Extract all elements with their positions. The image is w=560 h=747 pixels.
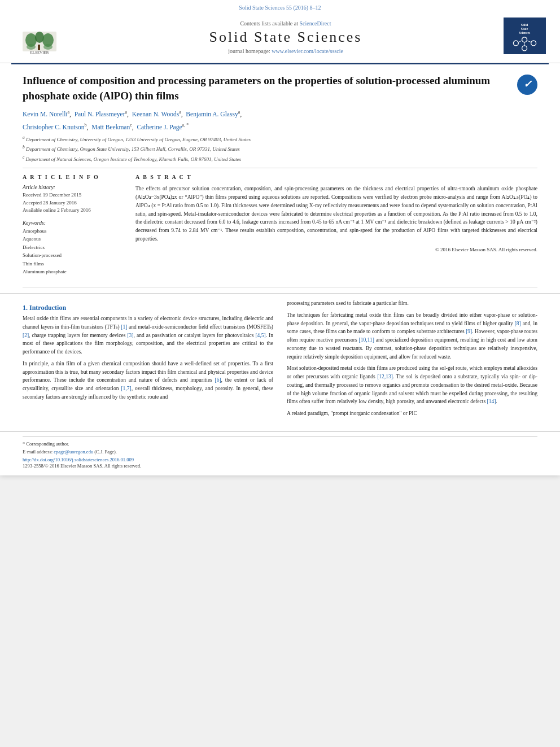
homepage-link: www.elsevier.com/locate/ssscie [272,48,343,54]
svg-text:ELSEVIER: ELSEVIER [30,50,49,54]
info-abstract-section: A R T I C L E I N F O Article history: R… [23,174,537,276]
author-email[interactable]: cpage@uoregon.edu [54,449,93,455]
svg-text:Solid: Solid [521,23,528,27]
section1-heading: 1. Introduction [23,304,273,312]
journal-top-bar: Solid State Sciences 55 (2016) 8–12 [11,5,549,11]
paper-title-row: Influence of composition and processing … [23,73,537,103]
keyword-dielectrics: Dielectrics [23,243,124,251]
svg-text:State: State [521,27,528,30]
body-right-para1: processing parameters used to fabricate … [287,299,537,308]
body-para1: Metal oxide thin films are essential com… [23,314,273,356]
keyword-thinfilms: Thin films [23,260,124,268]
author-glassy: Benjamin A. Glassy [186,111,238,117]
homepage-line: journal homepage: www.elsevier.com/locat… [79,48,492,54]
history-subheading: Article history: [23,185,124,190]
affil-b: b Department of Chemistry, Oregon State … [23,144,537,154]
author-norelli: Kevin M. Norelli [23,111,68,117]
body-right-para3: Most solution-deposited metal oxide thin… [287,364,537,406]
corresponding-author-note: * Corresponding author. [23,440,537,448]
journal-logo-right: Solid State Sciences [504,18,549,57]
main-content: 1. Introduction Metal oxide thin films a… [0,293,560,426]
body-right-para2: The techniques for fabricating metal oxi… [287,311,537,361]
contents-text: Contents lists available at [240,20,298,27]
body-right-para4: A related paradigm, "prompt inorganic co… [287,409,537,418]
article-footer: * Corresponding author. E-mail address: … [0,431,560,475]
affil-a: a Department of Chemistry, University of… [23,134,537,144]
paper-title: Influence of composition and processing … [23,73,511,103]
elsevier-tree-icon: ELSEVIER [17,29,62,54]
issn-line: 1293-2558/© 2016 Elsevier Masson SAS. Al… [23,462,537,470]
affiliations: a Department of Chemistry, University of… [23,134,537,164]
elsevier-logo: ELSEVIER [11,20,68,54]
article-info-col: A R T I C L E I N F O Article history: R… [23,174,124,276]
crossmark-icon: ✓ [517,75,537,95]
sciencedirect-link: ScienceDirect [299,20,331,27]
page: Solid State Sciences 55 (2016) 8–12 ELSE… [0,0,560,475]
svg-point-6 [43,44,53,50]
authors-line-1: Kevin M. Norellia, Paul N. Plassmeyera, … [23,109,537,119]
author-knutson: Christopher C. Knutson [23,124,85,130]
doi-link[interactable]: http://dx.doi.org/10.1016/j.solidstatesc… [23,457,134,462]
article-history-block: Article history: Received 19 December 20… [23,185,124,215]
journal-header: Solid State Sciences 55 (2016) 8–12 ELSE… [0,0,560,63]
keyword-aqueous: Aqueous [23,235,124,243]
crossmark-badge: ✓ [517,75,537,95]
authors-line-2: Christopher C. Knutsonb, Matt Beekmanc, … [23,122,537,132]
svg-text:Sciences: Sciences [519,31,531,34]
journal-center: Contents lists available at ScienceDirec… [68,20,504,54]
email-note: E-mail address: cpage@uoregon.edu (C.J. … [23,448,537,456]
svg-rect-4 [38,45,40,50]
email-suffix: (C.J. Page). [94,449,117,455]
corresponding-label: * Corresponding author. [23,441,69,447]
received-date: Received 19 December 2015 [23,191,124,199]
body-para2: In principle, a thin film of a given che… [23,360,273,401]
article-body: Influence of composition and processing … [0,64,560,287]
body-two-col: 1. Introduction Metal oxide thin films a… [23,299,537,421]
homepage-label: journal homepage: [228,48,270,54]
abstract-heading: A B S T R A C T [135,174,537,180]
keyword-solution: Solution-processed [23,251,124,259]
doi-line: http://dx.doi.org/10.1016/j.solidstatesc… [23,457,537,462]
copyright-line: © 2016 Elsevier Masson SAS. All rights r… [135,247,537,252]
author-beekman: Matt Beekman [91,124,130,130]
article-info-heading: A R T I C L E I N F O [23,174,124,180]
footer-rule [23,436,537,437]
email-label: E-mail address: [23,449,53,455]
author-page: Catherine J. Page [137,124,182,130]
abstract-col: A B S T R A C T The effects of precursor… [135,174,537,276]
svg-point-5 [27,44,36,50]
contents-line: Contents lists available at ScienceDirec… [79,20,492,27]
accepted-date: Accepted 28 January 2016 [23,199,124,207]
body-divider [23,287,537,287]
journal-title: Solid State Sciences [79,29,492,46]
keywords-heading: Keywords: [23,220,124,226]
keyword-amorphous: Amorphous [23,227,124,235]
body-right-col: processing parameters used to fabricate … [287,299,537,421]
author-plassmeyer: Paul N. Plassmeyer [75,111,125,117]
journal-logo-row: ELSEVIER Contents lists available at Sci… [11,14,549,60]
solid-state-logo-icon: Solid State Sciences [504,18,546,54]
available-date: Available online 2 February 2016 [23,207,124,215]
section-divider [23,168,537,168]
author-woods: Keenan N. Woods [132,111,180,117]
body-left-col: 1. Introduction Metal oxide thin films a… [23,299,273,421]
affil-c: c Department of Natural Sciences, Oregon… [23,154,537,164]
keyword-alpo: Aluminum phosphate [23,268,124,276]
abstract-text: The effects of precursor solution concen… [135,185,537,243]
keywords-block: Keywords: Amorphous Aqueous Dielectrics … [23,220,124,276]
